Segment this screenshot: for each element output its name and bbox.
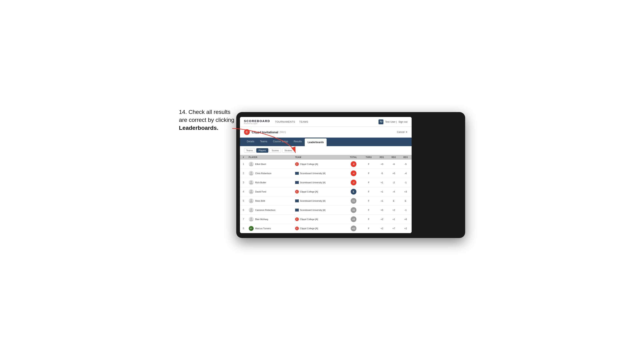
- cell-rd2: -2: [388, 178, 400, 187]
- cell-total: -2: [346, 178, 362, 187]
- tab-course-setup[interactable]: Course Setup: [270, 138, 291, 146]
- table-row: 6Cameron RobertsonScoreboard University …: [240, 205, 412, 215]
- cell-rank: 1: [240, 160, 247, 169]
- table-row: 2Chris RobertsonScoreboard University [A…: [240, 169, 412, 178]
- tournament-header: C Clippd Invitational (Men) Cancel ✕: [240, 127, 412, 138]
- instruction-block: 14. Check all results are correct by cli…: [179, 108, 234, 132]
- filter-bar: Teams Players Scores Strokes: [240, 146, 412, 155]
- cell-total: +1: [346, 196, 362, 205]
- cell-rank: 3: [240, 178, 247, 187]
- cell-rd2: +1: [388, 215, 400, 224]
- cell-rd1: +1: [376, 187, 388, 196]
- cell-total: -8: [346, 160, 362, 169]
- cell-rd3: -1: [400, 178, 412, 187]
- tournament-title: Clippd Invitational: [252, 131, 278, 134]
- tournament-subtitle: (Men): [280, 131, 286, 134]
- table-row: 3Rich ButlerScoreboard University [A]-2F…: [240, 178, 412, 187]
- nav-bar: SCOREBOARD Powered by clippd TOURNAMENTS…: [240, 117, 412, 127]
- tab-leaderboards[interactable]: Leaderboards: [305, 138, 326, 146]
- nav-right: TU Test User | Sign out: [378, 119, 407, 124]
- page-wrapper: 14. Check all results are correct by cli…: [179, 108, 465, 238]
- cell-total: +9: [346, 215, 362, 224]
- cell-rd1: +5: [376, 205, 388, 215]
- tab-bar: Details Teams Course Setup Results Leade…: [240, 138, 412, 146]
- cell-rd3: +6: [400, 215, 412, 224]
- cell-rd3: +2: [400, 224, 412, 233]
- cell-rd3: -1: [400, 205, 412, 215]
- user-label: Test User |: [385, 120, 397, 123]
- col-player: PLAYER: [247, 155, 294, 160]
- leaderboard-table: # PLAYER TEAM TOTAL THRU RD1 RD2 RD3 1El…: [240, 155, 412, 233]
- cell-total: +11: [346, 224, 362, 233]
- svg-point-7: [250, 218, 252, 219]
- table-row: 8MTMarcus TurnersCClippd College [A]+11F…: [240, 224, 412, 233]
- cell-team: Scoreboard University [A]: [294, 178, 346, 187]
- col-rd2: RD2: [388, 155, 400, 160]
- cell-team: Scoreboard University [A]: [294, 196, 346, 205]
- user-avatar: TU: [378, 119, 384, 124]
- cell-rank: 2: [240, 169, 247, 178]
- cell-rank: 6: [240, 205, 247, 215]
- cell-rd1: +1: [376, 178, 388, 187]
- cell-team: CClippd College [A]: [294, 187, 346, 196]
- filter-players-button[interactable]: Players: [256, 148, 268, 153]
- cell-rd2: +7: [388, 224, 400, 233]
- cell-team: CClippd College [A]: [294, 160, 346, 169]
- svg-point-6: [250, 208, 252, 210]
- col-thru: THRU: [362, 155, 376, 160]
- cell-team: Scoreboard University [A]: [294, 205, 346, 215]
- svg-point-2: [250, 172, 252, 173]
- cell-total: +6: [346, 205, 362, 215]
- cell-player: Rees Britt: [247, 196, 294, 205]
- cell-player: David Ford: [247, 187, 294, 196]
- cell-player: Elliot Ebert: [247, 160, 294, 169]
- tab-teams[interactable]: Teams: [257, 138, 270, 146]
- cell-team: CClippd College [A]: [294, 215, 346, 224]
- cell-rank: 4: [240, 187, 247, 196]
- instruction-line1: 14. Check all results: [179, 109, 230, 115]
- table-row: 7Blair McHargCClippd College [A]+9F+2+1+…: [240, 215, 412, 224]
- tab-results[interactable]: Results: [291, 138, 305, 146]
- cell-thru: F: [362, 215, 376, 224]
- filter-strokes-button[interactable]: Strokes: [282, 148, 294, 153]
- col-team: TEAM: [294, 155, 346, 160]
- tablet-frame: SCOREBOARD Powered by clippd TOURNAMENTS…: [236, 112, 465, 238]
- cell-rank: 5: [240, 196, 247, 205]
- svg-point-4: [250, 190, 252, 192]
- table-row: 5Rees BrittScoreboard University [A]+1F+…: [240, 196, 412, 205]
- instruction-line2: are correct by clicking: [179, 117, 234, 123]
- col-rank: #: [240, 155, 247, 160]
- cancel-button[interactable]: Cancel ✕: [397, 131, 407, 134]
- cell-rd1: +2: [376, 224, 388, 233]
- cell-rd2: -6: [388, 160, 400, 169]
- cell-rd1: +3: [376, 160, 388, 169]
- cell-rd2: +2: [388, 205, 400, 215]
- col-total: TOTAL: [346, 155, 362, 160]
- cell-rd3: -4: [400, 169, 412, 178]
- cell-thru: F: [362, 224, 376, 233]
- cell-player: Chris Robertson: [247, 169, 294, 178]
- filter-teams-button[interactable]: Teams: [244, 148, 255, 153]
- nav-tournaments[interactable]: TOURNAMENTS: [275, 120, 295, 124]
- cell-rd1: -5: [376, 169, 388, 178]
- cell-player: Cameron Robertson: [247, 205, 294, 215]
- filter-scores-button[interactable]: Scores: [270, 148, 281, 153]
- nav-teams[interactable]: TEAMS: [299, 120, 308, 124]
- cell-thru: F: [362, 160, 376, 169]
- tab-details[interactable]: Details: [244, 138, 257, 146]
- table-header-row: # PLAYER TEAM TOTAL THRU RD1 RD2 RD3: [240, 155, 412, 160]
- cell-rd1: +2: [376, 215, 388, 224]
- cell-thru: F: [362, 178, 376, 187]
- cell-thru: F: [362, 169, 376, 178]
- cell-player: Rich Butler: [247, 178, 294, 187]
- col-rd3: RD3: [400, 155, 412, 160]
- cell-thru: F: [362, 187, 376, 196]
- cell-rank: 8: [240, 224, 247, 233]
- cell-thru: F: [362, 205, 376, 215]
- nav-links: TOURNAMENTS TEAMS: [275, 120, 378, 124]
- app-logo: SCOREBOARD Powered by clippd: [244, 119, 270, 125]
- cell-rd2: -4: [388, 187, 400, 196]
- signout-button[interactable]: Sign out: [398, 120, 407, 123]
- cell-team: CClippd College [A]: [294, 224, 346, 233]
- cell-rd3: -5: [400, 160, 412, 169]
